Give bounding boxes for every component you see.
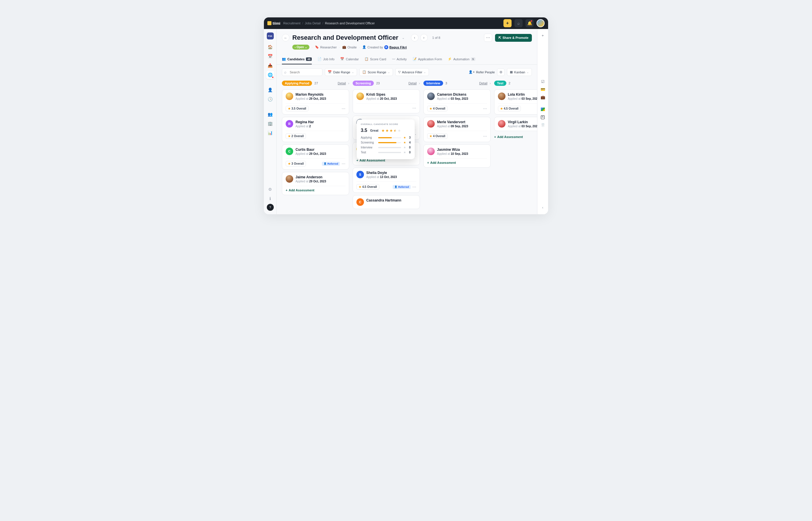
view-switcher[interactable]: ▦ Kanban ⌄: [507, 68, 532, 76]
candidate-card[interactable]: R Regina Har Applied at 2 2 Overall: [282, 117, 349, 142]
role-meta: 🔖 Researcher: [315, 45, 337, 49]
tab-automation[interactable]: ⚡ Automation 5: [448, 54, 475, 64]
candidate-card[interactable]: Jasmine Wiza Applied at 10 Sep, 2023 Add…: [423, 144, 491, 167]
tab-score-card[interactable]: 📋 Score Card: [364, 54, 386, 64]
building-icon[interactable]: 🏢: [266, 119, 274, 128]
card-menu[interactable]: ⋯: [483, 134, 487, 138]
candidate-card[interactable]: Virgil Larkin Applied at 03 Sep, 2023: [494, 117, 537, 131]
date-range-filter[interactable]: 📅 Date Range ⌄: [325, 68, 357, 76]
back-button[interactable]: ←: [282, 34, 289, 42]
card-menu[interactable]: ⋯: [342, 107, 345, 111]
column-applying: Applying Period 27 Detail › Marlon Reyno…: [282, 80, 349, 209]
score-badge[interactable]: 4 Overall: [427, 106, 448, 111]
score-badge[interactable]: 2 Overall: [286, 133, 306, 139]
add-assessment-button[interactable]: Add Assessment: [427, 158, 487, 164]
title-dropdown-icon[interactable]: ⌄: [402, 36, 405, 40]
more-actions-button[interactable]: ⋯: [484, 33, 492, 42]
column-test: Test 2 Detail › Lola Kirlin Applied at 0…: [494, 80, 537, 209]
score-badge[interactable]: 4.5 Overall: [356, 184, 379, 189]
notion-icon[interactable]: [539, 114, 546, 121]
tab-job-info[interactable]: 📄 Job Info: [318, 54, 334, 64]
logo: tiimi: [267, 21, 280, 25]
info-icon[interactable]: ℹ: [266, 195, 274, 203]
dental-icon[interactable]: 🦷: [539, 121, 546, 129]
score-badge[interactable]: 4 Overall: [427, 133, 448, 139]
score-badge[interactable]: 3.5 Overall: [286, 106, 309, 111]
candidate-card[interactable]: S Shelia Doyle Applied at 13 Oct, 2023 4…: [353, 167, 420, 193]
referred-badge: Referred: [322, 162, 340, 166]
crumb-recruitment[interactable]: Recruitment: [283, 21, 300, 25]
star-rating: ★★★★★: [381, 129, 401, 133]
add-widget-icon[interactable]: +: [539, 32, 546, 39]
score-badge[interactable]: 3 Overall: [286, 161, 306, 166]
help-button[interactable]: ?: [267, 204, 274, 211]
card-menu[interactable]: ⋯: [412, 106, 416, 110]
created-by-meta: 👤 Created by B Bagus Fikri: [362, 45, 407, 49]
stage-label: Interview: [423, 81, 443, 86]
org-icon[interactable]: 👥: [266, 110, 274, 118]
candidate-card[interactable]: Marlon Reynolds Applied at 29 Oct, 2023 …: [282, 89, 349, 115]
avatar: C: [286, 148, 293, 155]
sidebar: F1K 🏠 📅 📥 🌐 👤 🕒 👥 🏢 📊 ⚙ ℹ ?: [264, 29, 277, 214]
card-menu[interactable]: ⋯: [342, 161, 345, 166]
candidate-card[interactable]: C Curtis Baur Applied at 29 Oct, 2023 3 …: [282, 144, 349, 169]
column-detail-link[interactable]: Detail: [338, 82, 346, 85]
candidate-card[interactable]: Kristi Sipes Applied at 20 Oct, 2023 ⋯: [353, 89, 420, 113]
creator-link[interactable]: Bagus Fikri: [389, 46, 407, 49]
home-icon[interactable]: 🏠: [266, 43, 274, 51]
score-range-filter[interactable]: 📋 Score Range ⌄: [359, 68, 393, 76]
prev-job-button[interactable]: ‹: [411, 34, 419, 42]
add-button[interactable]: +: [503, 19, 512, 27]
tab-activity[interactable]: 〰 Activity: [392, 54, 407, 64]
referred-badge: Referred: [393, 185, 411, 189]
next-job-button[interactable]: ›: [420, 34, 428, 42]
notifications-button[interactable]: 🔔: [525, 19, 534, 27]
brand-name: tiimi: [273, 21, 280, 25]
board-settings-button[interactable]: ⚙: [497, 68, 504, 76]
avatar: [286, 175, 293, 183]
card-menu[interactable]: ⋯: [412, 185, 416, 189]
tab-calendar[interactable]: 📅 Calendar: [340, 54, 359, 64]
search-input[interactable]: [282, 68, 322, 76]
search-button[interactable]: ⌕: [515, 19, 523, 27]
calendar-icon[interactable]: 📅: [266, 52, 274, 60]
inbox-icon[interactable]: 📥: [266, 62, 274, 70]
workspace-badge[interactable]: F1K: [267, 32, 274, 40]
add-assessment-button[interactable]: Add Assessment: [494, 133, 537, 140]
recruitment-icon[interactable]: 🌐: [266, 71, 274, 79]
advance-filter[interactable]: ▽ Advance Filter ⌄: [395, 68, 429, 76]
tabs: 👥 Candidates 45 📄 Job Info 📅 Calendar 📋 …: [277, 54, 537, 65]
settings-icon[interactable]: ⚙: [266, 185, 274, 194]
time-icon[interactable]: 🕒: [266, 95, 274, 103]
reports-icon[interactable]: 📊: [266, 129, 274, 137]
column-interview: Interview 3 Detail › Cameron Dickens App…: [423, 80, 491, 209]
card-menu[interactable]: ⋯: [483, 107, 487, 111]
breadcrumbs: Recruitment / Jobs Detail / Research and…: [283, 21, 375, 25]
user-avatar[interactable]: [537, 19, 545, 27]
checklist-icon[interactable]: ☑: [539, 78, 546, 85]
avatar: S: [356, 171, 364, 178]
candidate-card[interactable]: Lola Kirlin Applied at 03 Sep, 2023 4.5 …: [494, 89, 537, 115]
column-detail-link[interactable]: Detail: [409, 82, 417, 85]
candidate-card[interactable]: Jaime Anderson Applied at 29 Oct, 2023 A…: [282, 172, 349, 195]
card-icon[interactable]: 💳: [539, 86, 546, 93]
add-assessment-button[interactable]: Add Assessment: [286, 186, 345, 192]
tab-candidates[interactable]: 👥 Candidates 45: [282, 54, 312, 64]
wallet-icon[interactable]: 💼: [539, 94, 546, 100]
refer-people-button[interactable]: 👤+ Refer People: [469, 70, 495, 74]
stage-label: Screening: [353, 81, 374, 86]
crumb-jobs-detail[interactable]: Jobs Detail: [305, 21, 320, 25]
status-chip[interactable]: Open ⌄: [292, 45, 310, 50]
share-button[interactable]: ⇱ Share & Promote: [495, 34, 532, 42]
google-drive-icon[interactable]: [539, 106, 546, 113]
tab-application-form[interactable]: 📝 Application Form: [413, 54, 442, 64]
candidate-card[interactable]: C Cassandra Hartmann: [353, 195, 420, 209]
candidate-card[interactable]: Cameron Dickens Applied at 03 Sep, 2023 …: [423, 89, 491, 115]
avatar: [427, 148, 435, 155]
people-icon[interactable]: 👤: [266, 86, 274, 94]
logo-icon: [267, 21, 271, 25]
column-detail-link[interactable]: Detail: [479, 82, 488, 85]
collapse-panel-button[interactable]: ‹: [540, 204, 545, 211]
score-badge[interactable]: 4.5 Overall: [498, 106, 521, 111]
candidate-card[interactable]: Merle Vandervort Applied at 09 Sep, 2023…: [423, 117, 491, 142]
